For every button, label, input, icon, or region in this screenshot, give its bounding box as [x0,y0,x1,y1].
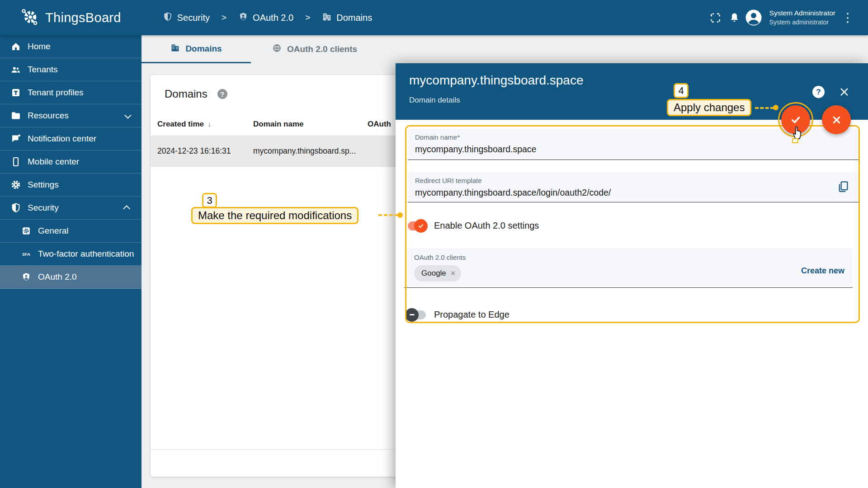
kebab-menu-icon[interactable]: ⋮ [840,10,855,25]
oauth-shield-person-icon [238,12,248,24]
user-role: System administrator [769,18,835,27]
propagate-edge-toggle-row: Propagate to Edge [408,310,509,320]
sidebar-item-notification-center[interactable]: Notification center [0,127,142,150]
tab-oauth-clients[interactable]: OAuth 2.0 clients [251,35,378,63]
app-logo[interactable]: ThingsBoard [20,7,121,28]
step3-number-badge: 3 [202,193,217,208]
notification-message-icon [10,133,22,145]
chevron-up-icon [123,205,130,212]
apply-changes-button[interactable] [781,105,810,134]
redirect-uri-field[interactable]: Redirect URI template [408,172,859,202]
thingsboard-gear-logo-icon [20,7,40,28]
user-info: System Administrator System administrato… [769,9,835,27]
enable-oauth-label: Enable OAuth 2.0 settings [434,221,539,231]
enable-oauth-toggle-row: Enable OAuth 2.0 settings [408,221,539,231]
tab-strip: Domains OAuth 2.0 clients [142,35,868,63]
sidebar-item-security-general[interactable]: General [0,220,142,243]
propagate-edge-label: Propagate to Edge [434,310,509,320]
svg-text:2FA: 2FA [22,252,30,257]
domain-building-icon [322,12,332,24]
toggle-on-thumb [414,219,428,233]
sort-desc-arrow-icon: ↓ [208,120,211,128]
sidebar-item-tenants[interactable]: Tenants [0,58,142,81]
thingsboard-app: ThingsBoard Security > [0,0,868,488]
cell-created-time: 2024-12-23 16:16:31 [151,146,253,156]
domain-building-icon [170,43,180,55]
step4-connector-line [755,107,774,109]
propagate-edge-toggle[interactable] [408,310,426,319]
cancel-changes-button[interactable] [822,105,851,134]
step4-callout-label: Apply changes [667,99,751,116]
column-created-time[interactable]: Created time ↓ [151,120,253,129]
sidebar-item-security[interactable]: Security [0,197,142,220]
redirect-uri-input[interactable] [415,188,831,198]
step3-connector-line [378,214,398,216]
column-domain-name[interactable]: Domain name [253,120,368,129]
breadcrumb-security[interactable]: Security [163,12,210,24]
security-shield-icon [10,202,22,214]
copy-icon[interactable] [836,180,850,193]
app-title: ThingsBoard [45,10,121,25]
sidebar-item-settings[interactable]: Settings [0,174,142,197]
cell-domain-name: mycompany.thingsboard.sp... [253,146,368,156]
topbar-actions: System Administrator System administrato… [706,8,855,27]
gear-icon [10,179,22,191]
step4-number-badge: 4 [674,83,689,98]
panel-help-icon[interactable]: ? [812,86,825,98]
globe-icon [272,43,282,55]
tenant-profile-icon [10,87,22,99]
close-icon[interactable] [838,86,850,98]
top-bar: ThingsBoard Security > [0,0,868,35]
sidebar-item-two-factor-auth[interactable]: 2FA Two-factor authentication [0,243,142,266]
sidebar-item-home[interactable]: Home [0,35,142,58]
step3-callout-label: Make the required modifications [191,207,359,224]
panel-title: mycompany.thingsboard.space [409,73,583,88]
folder-icon [10,110,22,122]
breadcrumb-oauth[interactable]: OAuth 2.0 [238,12,293,24]
domain-name-label: Domain name* [415,133,851,141]
fullscreen-icon[interactable] [706,8,725,27]
chevron-down-icon [124,112,132,119]
domain-name-input[interactable] [415,144,831,155]
table-title: Domains [165,88,208,100]
oauth-shield-person-icon [21,272,32,282]
breadcrumb-separator: > [222,13,226,23]
sidebar: Home Tenants Tenant profiles [0,35,142,488]
panel-subtitle: Domain details [409,96,460,105]
enable-oauth-toggle[interactable] [408,221,426,230]
home-icon [10,41,22,52]
client-chip-google[interactable]: Google ✕ [414,265,461,282]
sidebar-item-tenant-profiles[interactable]: Tenant profiles [0,81,142,104]
notifications-bell-icon[interactable] [725,8,744,27]
breadcrumb-separator: > [305,13,310,23]
redirect-uri-label: Redirect URI template [415,177,851,184]
toggle-off-thumb [405,308,419,322]
mobile-phone-icon [10,156,22,168]
general-settings-icon [21,225,32,236]
sidebar-item-resources[interactable]: Resources [0,104,142,127]
breadcrumb-domains[interactable]: Domains [322,12,372,24]
shield-icon [163,12,173,24]
user-avatar[interactable] [744,8,763,27]
help-icon[interactable]: ? [217,89,227,99]
2fa-icon: 2FA [21,249,32,259]
chip-remove-icon[interactable]: ✕ [450,269,456,277]
oauth-clients-field: OAuth 2.0 clients Google ✕ Create new [404,248,853,288]
sidebar-item-mobile-center[interactable]: Mobile center [0,150,142,174]
sidebar-item-oauth[interactable]: OAuth 2.0 [0,266,142,289]
create-new-link[interactable]: Create new [801,266,844,276]
people-icon [10,64,22,75]
step4-connector-dot [773,105,778,110]
tab-domains[interactable]: Domains [142,35,251,63]
breadcrumb: Security > OAuth 2.0 > [163,12,372,24]
step3-connector-dot [397,212,403,218]
user-name: System Administrator [769,9,835,18]
oauth-clients-label: OAuth 2.0 clients [414,253,466,261]
